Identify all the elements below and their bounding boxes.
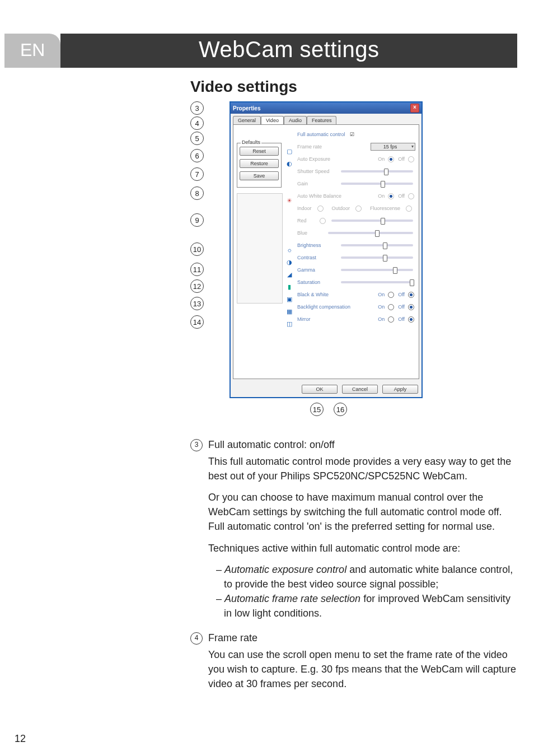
- outdoor-radio[interactable]: [355, 206, 362, 212]
- entry-heading: Full automatic control: on/off: [208, 437, 517, 452]
- defaults-group: Defaults Reset Restore Save: [237, 143, 282, 188]
- callout-9: 9: [190, 213, 204, 227]
- exposure-icon: ◐: [287, 157, 292, 170]
- bw-on-radio[interactable]: [388, 292, 394, 298]
- entry-paragraph: Or you can choose to have maximum manual…: [208, 490, 517, 534]
- fluorescence-radio[interactable]: [406, 206, 412, 212]
- ok-button[interactable]: OK: [302, 385, 338, 394]
- gamma-slider[interactable]: [341, 269, 413, 271]
- gain-slider[interactable]: [341, 183, 413, 185]
- shutter-speed-label: Shutter Speed: [297, 169, 336, 174]
- brightness-slider[interactable]: [341, 244, 413, 246]
- callout-16: 16: [334, 403, 347, 416]
- outdoor-label: Outdoor: [332, 206, 350, 211]
- callout-3: 3: [190, 101, 204, 115]
- callout-15: 15: [310, 403, 324, 416]
- tab-features[interactable]: Features: [307, 116, 337, 124]
- backlight-on-radio[interactable]: [388, 304, 394, 310]
- saturation-label: Saturation: [297, 279, 336, 285]
- entry-heading: Frame rate: [208, 631, 517, 645]
- red-label: Red: [297, 218, 314, 223]
- saturation-slider[interactable]: [341, 281, 413, 283]
- blue-label: Blue: [297, 230, 314, 236]
- bw-off-radio[interactable]: [408, 292, 414, 298]
- contrast-slider[interactable]: [341, 256, 413, 259]
- entry-bullet: – Automatic frame rate selection for imp…: [224, 591, 517, 620]
- callout-8: 8: [190, 186, 204, 200]
- mirror-off-radio[interactable]: [408, 316, 414, 323]
- on-label: On: [378, 156, 385, 162]
- apply-button[interactable]: Apply: [382, 385, 418, 394]
- mirror-icon: ◫: [287, 318, 292, 330]
- callout-10: 10: [190, 242, 204, 256]
- backlight-label: Backlight compensation: [297, 304, 350, 310]
- close-icon[interactable]: ×: [410, 104, 419, 113]
- entry-4: 4Frame rateYou can use the scroll open m…: [190, 631, 517, 698]
- white-balance-icon: ☀: [287, 194, 292, 207]
- tab-video[interactable]: Video: [261, 116, 284, 124]
- entry-number: 3: [190, 439, 203, 451]
- language-chip: EN: [4, 34, 60, 68]
- tab-general[interactable]: General: [233, 116, 261, 124]
- off-label: Off: [398, 156, 405, 162]
- fluorescence-label: Fluorescense: [370, 206, 400, 211]
- icon-strip: ▢ ◐ ☀ ☼ ◑ ◢ ▮ ▣ ▦ ◫: [285, 128, 294, 375]
- indoor-label: Indoor: [297, 206, 312, 211]
- auto-exposure-off-radio[interactable]: [408, 156, 414, 162]
- page-title: WebCam settings: [60, 34, 517, 68]
- full-auto-checkbox[interactable]: ☑: [350, 132, 354, 137]
- callout-4: 4: [190, 116, 204, 130]
- callout-13: 13: [190, 297, 204, 310]
- callout-5: 5: [190, 132, 204, 145]
- contrast-label: Contrast: [297, 255, 336, 260]
- saturation-icon: ▮: [288, 281, 291, 293]
- properties-dialog: Properties × GeneralVideoAudioFeatures D…: [229, 101, 423, 398]
- save-button[interactable]: Save: [240, 171, 279, 180]
- auto-wb-on-radio[interactable]: [388, 193, 394, 199]
- mirror-label: Mirror: [297, 316, 311, 322]
- reset-button[interactable]: Reset: [240, 147, 279, 156]
- entry-paragraph: You can use the scroll open menu to set …: [208, 647, 517, 691]
- contrast-icon: ◑: [287, 256, 292, 268]
- auto-exposure-label: Auto Exposure: [297, 156, 330, 162]
- red-radio[interactable]: [320, 218, 326, 224]
- callout-7: 7: [190, 167, 204, 181]
- defaults-legend: Defaults: [241, 139, 261, 145]
- backlight-off-radio[interactable]: [408, 304, 414, 310]
- bw-icon: ▣: [287, 293, 292, 305]
- tab-audio[interactable]: Audio: [284, 116, 307, 124]
- entry-bullet: – Automatic exposure control and automat…: [224, 562, 517, 591]
- entry-3: 3Full automatic control: on/offThis full…: [190, 437, 517, 620]
- dialog-title: Properties: [233, 105, 260, 111]
- auto-wb-label: Auto White Balance: [297, 193, 341, 199]
- red-slider[interactable]: [331, 220, 413, 222]
- preview-area: [237, 193, 283, 304]
- frame-icon: ▢: [287, 145, 292, 157]
- indoor-radio[interactable]: [317, 206, 324, 212]
- page-number: 12: [15, 733, 26, 745]
- callout-6: 6: [190, 149, 204, 162]
- mirror-on-radio[interactable]: [388, 316, 394, 323]
- callout-12: 12: [190, 279, 204, 293]
- callout-14: 14: [190, 315, 204, 329]
- shutter-slider[interactable]: [341, 170, 413, 172]
- gamma-label: Gamma: [297, 267, 336, 273]
- gamma-icon: ◢: [287, 268, 292, 281]
- entry-number: 4: [190, 632, 203, 645]
- gain-label: Gain: [297, 181, 336, 186]
- brightness-icon: ☼: [287, 244, 292, 256]
- frame-rate-label: Frame rate: [297, 144, 322, 150]
- entry-paragraph: This full automatic control mode provide…: [208, 454, 517, 483]
- entry-paragraph: Techniques active within full automatic …: [208, 541, 517, 556]
- cancel-button[interactable]: Cancel: [342, 385, 378, 394]
- callout-11: 11: [190, 263, 204, 276]
- restore-button[interactable]: Restore: [240, 159, 279, 168]
- bw-label: Black & White: [297, 292, 329, 297]
- auto-exposure-on-radio[interactable]: [388, 156, 394, 162]
- frame-rate-select[interactable]: 15 fps: [371, 143, 415, 151]
- blue-slider[interactable]: [328, 232, 413, 234]
- backlight-icon: ▦: [287, 305, 292, 318]
- full-auto-label: Full automatic control: [297, 132, 345, 137]
- brightness-label: Brightness: [297, 242, 336, 248]
- auto-wb-off-radio[interactable]: [408, 193, 414, 199]
